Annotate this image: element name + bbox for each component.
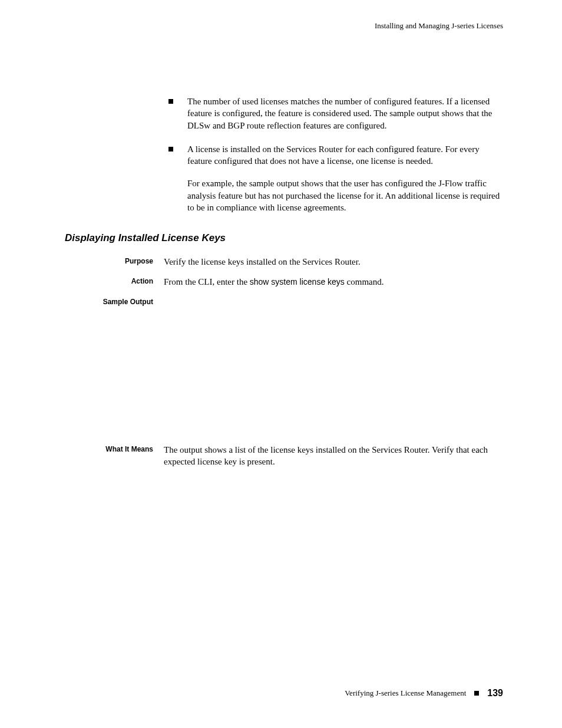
purpose-text: Verify the license keys installed on the…: [164, 256, 503, 268]
action-row: Action From the CLI, enter the show syst…: [65, 276, 503, 288]
bullet-text: The number of used licenses matches the …: [187, 95, 503, 131]
bullet-text: A license is installed on the Services R…: [187, 143, 503, 167]
action-suffix: command.: [345, 277, 384, 286]
what-it-means-text: The output shows a list of the license k…: [164, 444, 503, 468]
bullet-item: A license is installed on the Services R…: [168, 143, 503, 213]
sample-output-label: Sample Output: [65, 297, 164, 306]
sample-output-row: Sample Output: [65, 297, 503, 306]
footer-text: Verifying J-series License Management: [345, 689, 466, 698]
action-label: Action: [65, 276, 164, 285]
footer-page-number: 139: [487, 688, 503, 699]
action-text: From the CLI, enter the show system lice…: [164, 276, 503, 288]
bullet-item: The number of used licenses matches the …: [168, 95, 503, 131]
bullet-list: The number of used licenses matches the …: [168, 95, 503, 213]
page-footer: Verifying J-series License Management 13…: [345, 688, 503, 699]
purpose-label: Purpose: [65, 256, 164, 265]
footer-marker-icon: [474, 691, 479, 696]
action-prefix: From the CLI, enter the: [164, 277, 250, 286]
what-it-means-label: What It Means: [65, 444, 164, 453]
bullet-marker-icon: [168, 99, 173, 104]
chapter-title: Installing and Managing J-series License…: [65, 21, 503, 31]
bullet-paragraph: For example, the sample output shows tha…: [187, 177, 503, 213]
purpose-row: Purpose Verify the license keys installe…: [65, 256, 503, 268]
section-heading: Displaying Installed License Keys: [65, 232, 503, 244]
sample-output-spacer: [65, 314, 503, 444]
what-it-means-row: What It Means The output shows a list of…: [65, 444, 503, 468]
action-command: show system license keys: [250, 277, 345, 286]
bullet-marker-icon: [168, 147, 173, 151]
